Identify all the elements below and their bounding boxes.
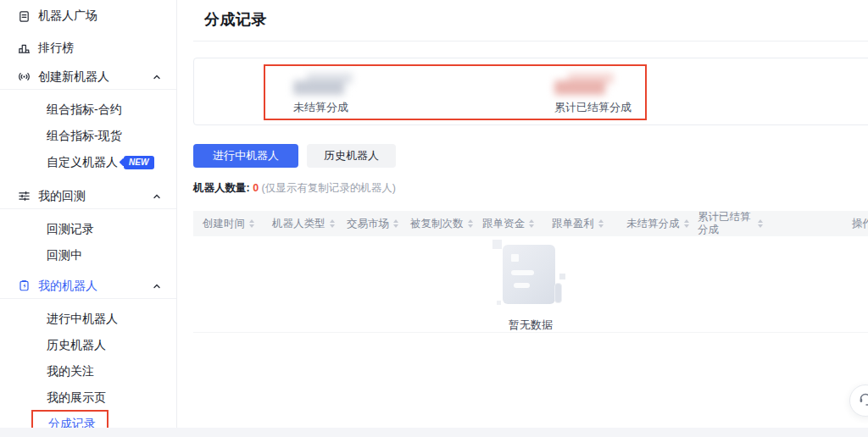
tab-history-robots[interactable]: 历史机器人 <box>307 144 396 168</box>
sidebar-item-combo-contract[interactable]: 组合指标-合约 <box>0 97 176 123</box>
sort-icon[interactable] <box>758 219 763 228</box>
sidebar-item-my-follows[interactable]: 我的关注 <box>0 358 176 384</box>
robot-count-label: 机器人数量: <box>193 182 250 194</box>
robot-plaza-icon <box>17 9 31 23</box>
sort-icon[interactable] <box>468 219 473 228</box>
empty-state: 暂无数据 <box>193 243 868 333</box>
tab-active-robots[interactable]: 进行中机器人 <box>193 144 298 168</box>
redacted-value <box>293 73 358 95</box>
sidebar-group-label: 创建新机器人 <box>38 69 109 85</box>
column-header-copied-times[interactable]: 被复制次数 <box>410 217 482 231</box>
robot-count-line: 机器人数量: 0 (仅显示有复制记录的机器人) <box>193 181 396 196</box>
robot-count-value: 0 <box>253 182 259 194</box>
annotation-rect-stats: 未结算分成 累计已结算分成 <box>264 64 647 120</box>
sort-icon[interactable] <box>249 219 254 228</box>
sort-icon[interactable] <box>598 219 604 228</box>
sidebar-item-label: 历史机器人 <box>47 338 106 353</box>
stat-label: 未结算分成 <box>293 100 358 115</box>
bottom-page-band <box>0 428 868 437</box>
sidebar-group-my-backtest[interactable]: 我的回测 <box>0 184 176 209</box>
stat-label: 累计已结算分成 <box>554 100 632 115</box>
title-divider <box>193 41 868 41</box>
chevron-up-icon[interactable] <box>153 73 161 81</box>
sidebar-item-label: 机器人广场 <box>38 8 97 24</box>
column-header-settled-share[interactable]: 累计已结算分成 <box>698 211 808 236</box>
sidebar-item-label: 组合指标-现货 <box>47 129 122 144</box>
page-title: 分成记录 <box>204 9 267 30</box>
sidebar-item-robot-plaza[interactable]: 机器人广场 <box>0 0 176 32</box>
table-header-row: 创建时间 机器人类型 交易市场 被复制次数 跟单资金 跟单盈利 未结算分成 累 <box>193 211 868 236</box>
robot-count-note: (仅显示有复制记录的机器人) <box>262 182 396 194</box>
table-bottom-divider <box>193 332 868 333</box>
column-header-actions: 操作 <box>808 217 868 231</box>
sidebar-item-history-robots[interactable]: 历史机器人 <box>0 332 176 358</box>
redacted-value <box>554 73 619 95</box>
column-header-follow-funds[interactable]: 跟单资金 <box>482 217 552 231</box>
sidebar-group-label: 我的机器人 <box>38 279 97 294</box>
create-robot-icon <box>17 70 31 84</box>
sidebar-item-label: 我的展示页 <box>47 390 106 406</box>
column-header-market[interactable]: 交易市场 <box>347 217 410 231</box>
sidebar-item-backtesting[interactable]: 回测中 <box>0 242 176 268</box>
main-content: 分成记录 未结算分成 累计已结算分成 进行中机器人 历史机器人 机器人数量: 0 <box>178 0 868 437</box>
sidebar-group-create-robot[interactable]: 创建新机器人 <box>0 64 176 90</box>
sidebar-item-label: 进行中机器人 <box>47 312 118 327</box>
chevron-up-icon[interactable] <box>153 282 161 290</box>
sort-icon[interactable] <box>529 219 534 228</box>
stats-card: 未结算分成 累计已结算分成 <box>193 58 868 125</box>
column-header-follow-profit[interactable]: 跟单盈利 <box>552 217 626 231</box>
column-header-robot-type[interactable]: 机器人类型 <box>272 217 347 231</box>
sidebar-item-custom-robot[interactable]: 自定义机器人 NEW <box>0 149 176 175</box>
column-header-create-time[interactable]: 创建时间 <box>203 217 272 231</box>
sidebar-item-combo-spot[interactable]: 组合指标-现货 <box>0 123 176 149</box>
sidebar-group-label: 我的回测 <box>38 189 86 204</box>
stat-unsettled-share: 未结算分成 <box>293 73 358 119</box>
sidebar-group-my-robots[interactable]: 我的机器人 <box>0 274 176 299</box>
column-header-unsettled-share[interactable]: 未结算分成 <box>626 217 698 231</box>
sidebar-item-label: 自定义机器人 <box>47 155 118 170</box>
customer-service-icon <box>858 391 868 410</box>
sidebar-item-label: 排行榜 <box>38 41 74 56</box>
sidebar: 机器人广场 排行榜 创建新机器人 组合指标-合约 组合指标-现货 自定义机器人 … <box>0 0 177 437</box>
sidebar-item-my-showcase[interactable]: 我的展示页 <box>0 384 176 411</box>
sidebar-item-label: 我的关注 <box>47 364 94 379</box>
chevron-up-icon[interactable] <box>153 192 161 201</box>
empty-state-text: 暂无数据 <box>193 318 868 333</box>
sort-icon[interactable] <box>684 219 689 228</box>
my-robot-icon <box>17 279 31 293</box>
sidebar-item-label: 组合指标-合约 <box>47 102 122 118</box>
backtest-icon <box>17 190 31 203</box>
sidebar-item-label: 回测记录 <box>47 222 94 237</box>
sort-icon[interactable] <box>393 219 398 228</box>
sidebar-item-backtest-records[interactable]: 回测记录 <box>0 216 176 242</box>
ranking-icon <box>17 41 31 55</box>
robot-tabs: 进行中机器人 历史机器人 <box>193 144 396 168</box>
sidebar-item-active-robots[interactable]: 进行中机器人 <box>0 306 176 332</box>
sort-icon[interactable] <box>330 219 335 228</box>
new-badge: NEW <box>124 156 154 169</box>
sidebar-item-ranking[interactable]: 排行榜 <box>0 32 176 64</box>
sidebar-item-label: 回测中 <box>47 248 82 263</box>
empty-document-illustration <box>503 243 559 307</box>
stat-settled-share: 累计已结算分成 <box>554 73 632 119</box>
